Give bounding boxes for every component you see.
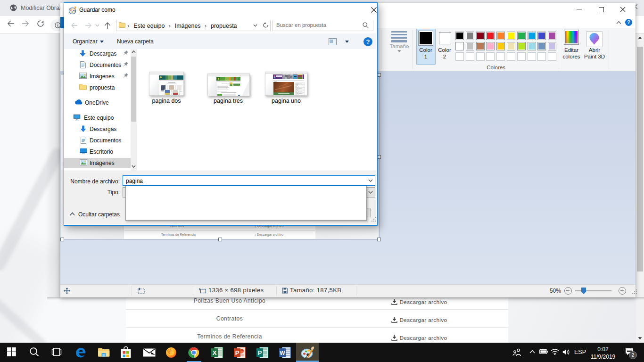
svg-text:W: W	[280, 350, 285, 356]
svg-text:X: X	[213, 349, 217, 356]
svg-text:P: P	[258, 349, 262, 356]
svg-text:P: P	[235, 349, 239, 356]
